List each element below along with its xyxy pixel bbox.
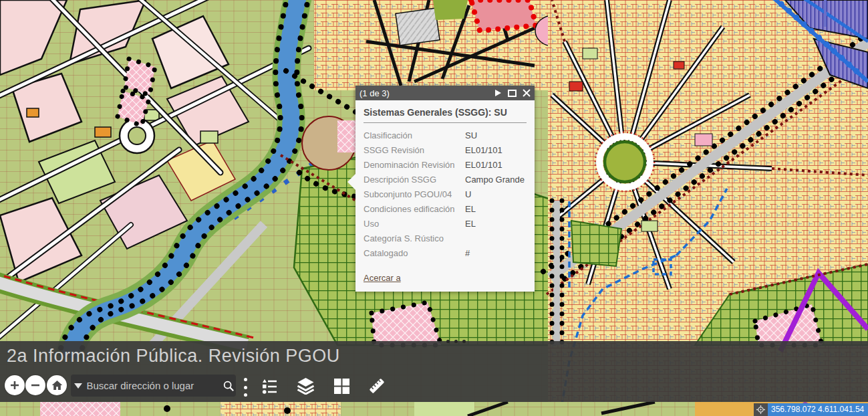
minus-icon <box>30 380 41 391</box>
coordinate-readout: 356.798.072 4.611.041.54 <box>768 403 868 416</box>
field-row: Uso EL <box>364 217 527 231</box>
layers-icon <box>297 377 315 395</box>
field-value: EL <box>465 202 527 217</box>
next-feature-icon[interactable] <box>494 89 502 97</box>
field-label: Uso <box>364 217 465 231</box>
field-row: Subconjunto PGOU/04 U <box>364 187 527 202</box>
historic-center <box>314 0 571 90</box>
field-label: Catalogado <box>364 246 465 261</box>
field-label: Descripción SSGG <box>364 173 465 187</box>
field-value <box>465 231 527 246</box>
crosshair-icon <box>756 405 765 414</box>
search-source-caret[interactable] <box>71 383 85 389</box>
popup-body: Sistemas Generales (SSGG): SU Clasificac… <box>355 100 535 292</box>
field-row: Categoría S. Rústico <box>364 231 527 246</box>
zoom-out-button[interactable] <box>25 375 45 395</box>
basemap-grid-icon <box>333 378 350 395</box>
field-label: Subconjunto PGOU/04 <box>364 187 465 202</box>
popup-title: Sistemas Generales (SSGG): SU <box>364 107 527 123</box>
layers-button[interactable] <box>295 376 315 396</box>
search-box <box>71 375 236 397</box>
popup-header[interactable]: (1 de 3) <box>355 86 535 100</box>
field-row: SSGG Revisión EL01/101 <box>364 143 527 158</box>
field-value: # <box>465 246 527 261</box>
dot <box>244 378 247 381</box>
field-row: Condiciones edificación EL <box>364 202 527 217</box>
measure-button[interactable] <box>367 376 387 396</box>
field-value: EL01/101 <box>465 158 527 173</box>
feature-popup: (1 de 3) Sistemas Generales (SSGG): SU C… <box>355 86 535 292</box>
map-application: (1 de 3) Sistemas Generales (SSGG): SU C… <box>0 0 868 416</box>
field-label: Categoría S. Rústico <box>364 231 465 246</box>
legend-button[interactable] <box>259 376 279 396</box>
home-icon <box>51 380 63 391</box>
dot <box>244 393 247 397</box>
zoom-to-link[interactable]: Acercar a <box>364 273 401 283</box>
field-label: Condiciones edificación <box>364 202 465 217</box>
field-row: Descripción SSGG Campo Grande <box>364 173 527 187</box>
search-icon <box>223 380 235 392</box>
field-label: Clasificación <box>364 128 465 143</box>
basemap-gallery-button[interactable] <box>331 376 351 396</box>
maximize-icon[interactable] <box>508 90 517 97</box>
field-row: Denominación Revisión EL01/101 <box>364 158 527 173</box>
dot <box>462 340 466 343</box>
coordinate-widget: 356.798.072 4.611.041.54 <box>754 403 868 416</box>
app-title: 2a Información Pública. Revisión PGOU <box>7 346 340 367</box>
map-bottom-strip <box>0 402 868 416</box>
ruler-icon <box>368 377 386 395</box>
search-input[interactable] <box>85 379 221 392</box>
legend-icon <box>261 377 278 395</box>
field-row: Catalogado # <box>364 246 527 261</box>
overflow-menu-button[interactable] <box>241 377 250 398</box>
field-value: U <box>465 187 527 202</box>
dot <box>446 340 450 343</box>
popup-pager: (1 de 3) <box>359 88 494 98</box>
field-value: EL01/101 <box>465 143 527 158</box>
close-icon[interactable] <box>523 89 531 97</box>
field-value: SU <box>465 128 527 143</box>
field-row: Clasificación SU <box>364 128 527 143</box>
toolbar <box>0 375 868 397</box>
zoom-in-button[interactable] <box>5 375 25 395</box>
field-value: Campo Grande <box>465 173 527 187</box>
footer-drag-handle[interactable] <box>446 340 466 343</box>
search-submit[interactable] <box>221 380 236 392</box>
footer-bar: 2a Información Pública. Revisión PGOU <box>0 341 868 402</box>
dot <box>244 386 247 389</box>
capture-coordinates-button[interactable] <box>754 403 768 416</box>
popup-pointer <box>347 174 355 190</box>
dot <box>454 340 458 343</box>
field-label: SSGG Revisión <box>364 143 465 158</box>
field-value: EL <box>465 217 527 231</box>
chevron-down-icon <box>74 383 83 389</box>
home-button[interactable] <box>47 375 67 395</box>
popup-fields: Clasificación SU SSGG Revisión EL01/101 … <box>364 128 527 261</box>
field-label: Denominación Revisión <box>364 158 465 173</box>
plus-icon <box>9 380 20 391</box>
